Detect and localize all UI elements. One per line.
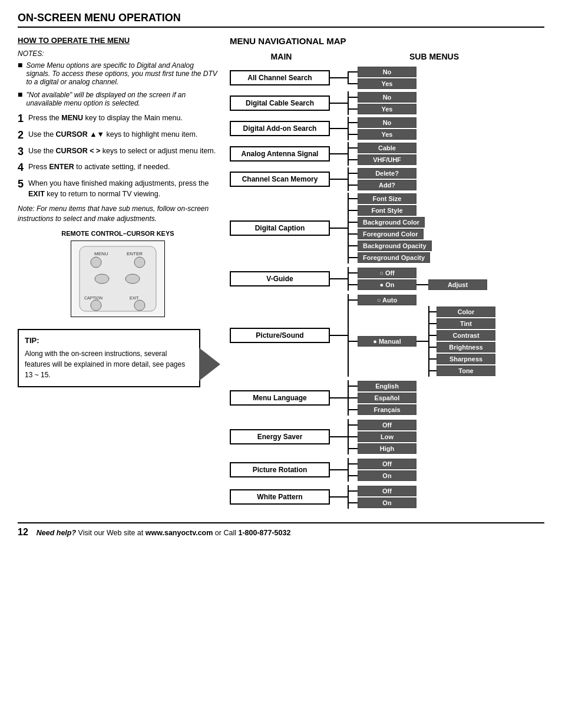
subs-menu-lang: English Español Français [348, 380, 416, 416]
hline-sub-6 [349, 134, 358, 135]
note-text-1: Some Menu options are specific to Digita… [26, 61, 218, 86]
nav-row-analog: Analog Antenna Signal Cable [230, 142, 544, 166]
left-column: HOW TO OPERATE THE MENU NOTES: ■ Some Me… [18, 36, 218, 510]
nav-map-headers: MAIN SUB MENUS [230, 52, 544, 61]
hline-6 [330, 228, 348, 229]
main-menu-lang: Menu Language [230, 390, 330, 406]
sub-tint: Tint [437, 318, 495, 329]
sub-font-style: Font Style [358, 205, 416, 216]
nav-map-container: .nm-row { display:flex; align-items:stre… [230, 64, 544, 510]
sub-add: Add? [358, 180, 416, 190]
hline-11 [330, 469, 348, 470]
nav-row-digital-caption: Digital Caption Font Size Font Style Bac… [230, 193, 544, 263]
footer-call-prefix: or Call [215, 529, 236, 537]
hline-sub-2 [349, 83, 358, 84]
sub-vguide-adjust: Adjust [428, 279, 487, 290]
sub-bg-opacity: Background Opacity [358, 241, 432, 251]
sub-yes-1: Yes [358, 78, 416, 89]
footer-web-prefix: Visit our Web site at [78, 529, 144, 537]
hline-4 [330, 153, 348, 154]
nav-map-rows: All Channel Search No [230, 66, 544, 510]
hline-1 [330, 77, 348, 78]
step-text-3: Use the CURSOR < > keys to select or adj… [28, 146, 218, 157]
hline-sub-3 [349, 97, 358, 98]
svg-text:CAPTION: CAPTION [84, 296, 103, 300]
main-digital-addon: Digital Add-on Search [230, 121, 330, 136]
svg-text:ENTER: ENTER [127, 251, 143, 256]
right-column: MENU NAVIGATIONAL MAP MAIN SUB MENUS .nm… [230, 36, 544, 510]
step-5: 5 When you have finished making adjustme… [18, 179, 218, 199]
hline-sub-10 [349, 185, 358, 186]
subs-digital-caption: Font Size Font Style Background Color Fo… [348, 193, 432, 263]
sub-brightness: Brightness [437, 342, 495, 353]
nav-row-all-channel: All Channel Search No [230, 66, 544, 90]
sub-auto: ○ Auto [358, 295, 416, 305]
step-2: 2 Use the CURSOR ▲▼ keys to highlight me… [18, 130, 218, 141]
how-to-heading: HOW TO OPERATE THE MENU [18, 36, 218, 45]
main-digital-cable: Digital Cable Search [230, 95, 330, 111]
sub-sharpness: Sharpness [437, 354, 495, 364]
step-text-1: Press the MENU key to display the Main m… [28, 113, 218, 124]
step-3: 3 Use the CURSOR < > keys to select or a… [18, 146, 218, 158]
main-all-channel: All Channel Search [230, 70, 330, 85]
subs-all-channel: No Yes [348, 66, 416, 90]
page-title: ON-SCREEN MENU OPERATION [18, 12, 544, 28]
sub-francais: Français [358, 404, 416, 415]
hline-9 [330, 397, 348, 398]
nav-row-white-pattern: White Pattern Off On [230, 485, 544, 509]
hline-8 [330, 335, 348, 336]
step-num-5: 5 [18, 179, 24, 190]
remote-section: REMOTE CONTROL–CURSOR KEYS MENU ENTER [18, 230, 218, 317]
sub-vguide-off: ○ Off [358, 268, 416, 278]
sub-vguide-on: ● On [358, 279, 416, 290]
step-text-2: Use the CURSOR ▲▼ keys to highlight menu… [28, 130, 218, 140]
subs-vguide: ○ Off ● On Adjust [348, 267, 487, 291]
remote-label: REMOTE CONTROL–CURSOR KEYS [18, 230, 218, 237]
sub-energy-low: Low [358, 431, 416, 442]
step-1: 1 Press the MENU key to display the Main… [18, 113, 218, 125]
step-text-5: When you have finished making adjustment… [28, 179, 218, 199]
sub-fg-opacity: Foreground Opacity [358, 252, 430, 263]
subsubs-picture: Color Tint Contrast Brightness Sharpness… [428, 306, 495, 377]
hline-sub-4 [349, 108, 358, 110]
sub-vhf: VHF/UHF [358, 154, 416, 165]
tip-title: TIP: [25, 336, 193, 345]
menu-nav-title: MENU NAVIGATIONAL MAP [230, 36, 544, 46]
sub-yes-2: Yes [358, 104, 416, 114]
svg-point-9 [91, 300, 101, 311]
sub-delete: Delete? [358, 168, 416, 179]
svg-rect-0 [80, 246, 156, 311]
step-note: Note: For menu items that have sub menus… [18, 204, 218, 224]
svg-point-10 [134, 300, 145, 311]
sub-white-on: On [358, 498, 416, 508]
step-num-3: 3 [18, 146, 24, 158]
sub-espanol: Español [358, 393, 416, 403]
subs-analog: Cable VHF/UHF [348, 142, 416, 166]
main-digital-caption: Digital Caption [230, 220, 330, 236]
sub-font-size: Font Size [358, 193, 416, 204]
subs-digital-addon: No Yes [348, 117, 416, 140]
subs-picture-sound: ○ Auto ● Manual [348, 294, 495, 377]
sub-rotation-off: Off [358, 459, 416, 469]
sub-no-3: No [358, 117, 416, 128]
hline-3 [330, 128, 348, 129]
nav-row-menu-lang: Menu Language English Español Français [230, 380, 544, 416]
main-vguide: V-Guide [230, 271, 330, 286]
sub-white-off: Off [358, 486, 416, 496]
svg-point-5 [95, 274, 109, 284]
sub-color: Color [437, 307, 495, 317]
hline-sub-7 [349, 147, 358, 149]
sub-english: English [358, 381, 416, 391]
main-analog: Analog Antenna Signal [230, 146, 330, 162]
main-energy-saver: Energy Saver [230, 429, 330, 444]
note-text-2: "Not available" will be displayed on the… [26, 91, 218, 107]
step-num-2: 2 [18, 130, 24, 141]
svg-text:EXIT: EXIT [130, 296, 139, 300]
tip-text: Along with the on-screen instructions, s… [25, 348, 193, 380]
subs-white-pattern: Off On [348, 485, 416, 509]
sub-cable: Cable [358, 143, 416, 153]
sub-no-2: No [358, 92, 416, 103]
step-list: 1 Press the MENU key to display the Main… [18, 113, 218, 199]
hline-sub-9 [349, 173, 358, 174]
sub-rotation-on: On [358, 470, 416, 481]
